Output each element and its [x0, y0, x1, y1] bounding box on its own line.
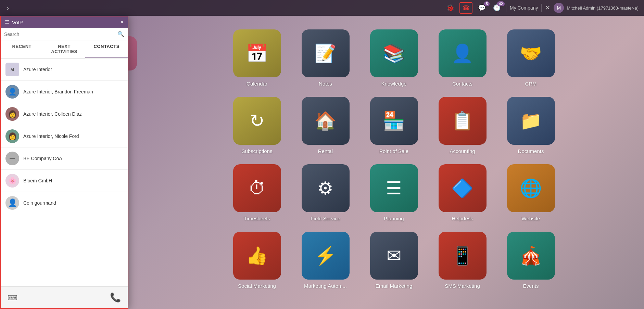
app-item-knowledge[interactable]: 📚Knowledge	[367, 29, 421, 87]
app-label-rental: Rental	[318, 148, 333, 154]
app-item-socialmarketing[interactable]: 👍Social Marketing	[230, 232, 285, 289]
contact-name-4: Azure Interior, Nicole Ford	[23, 133, 79, 139]
contact-name-5: BE Company CoA	[23, 156, 62, 161]
voip-tab-recent[interactable]: RECENT	[1, 40, 43, 58]
voip-title: VoIP	[12, 20, 23, 25]
search-icon: 🔍	[117, 31, 124, 37]
app-label-subscriptions: Subscriptions	[241, 148, 272, 154]
avatar-initial: M	[557, 5, 561, 11]
app-label-helpdesk: Helpdesk	[452, 216, 473, 221]
contact-avatar-6: 🌸	[5, 174, 19, 188]
avatar: M	[554, 3, 564, 13]
voip-search-input[interactable]	[4, 31, 115, 37]
keyboard-button[interactable]: ⌨	[5, 292, 20, 304]
voip-panel: ☰ VoIP × 🔍 RECENTNEXT ACTIVITIESCONTACTS…	[0, 16, 128, 309]
voip-contacts-list: AIAzure Interior👤Azure Interior, Brandon…	[1, 59, 128, 286]
contact-name-7: Coin gourmand	[23, 200, 56, 206]
app-item-smsmarketing[interactable]: 📱SMS Marketing	[435, 232, 490, 289]
voip-phone-icon: ☎	[462, 4, 470, 12]
contact-item-3[interactable]: 👩Azure Interior, Colleen Diaz	[1, 103, 128, 125]
contact-avatar-2: 👤	[5, 85, 19, 99]
app-item-contacts[interactable]: 👤Contacts	[435, 29, 490, 87]
voip-header-left: ☰ VoIP	[5, 19, 23, 25]
voip-close-button[interactable]: ×	[121, 19, 124, 25]
user-menu[interactable]: M Mitchell Admin (17971368-master-a)	[554, 3, 639, 13]
chat-icon-btn[interactable]: 💬 5	[476, 3, 488, 13]
app-item-documents[interactable]: 📁Documents	[504, 97, 558, 154]
app-item-planning[interactable]: ☰Planning	[367, 164, 421, 221]
app-label-website: Website	[522, 216, 540, 221]
navbar-toggle[interactable]: ›	[5, 4, 10, 12]
settings-icon[interactable]: ✕	[545, 4, 550, 12]
app-label-marketingautom: Marketing Autom...	[304, 283, 347, 289]
app-icon-marketingautom: ⚡	[302, 232, 350, 280]
app-icon-calendar: 📅	[233, 29, 281, 77]
contact-avatar-5: —	[5, 152, 19, 165]
contact-item-5[interactable]: —BE Company CoA	[1, 147, 128, 170]
voip-tabs: RECENTNEXT ACTIVITIESCONTACTS	[1, 40, 128, 59]
app-icon-timesheets: ⏱	[233, 164, 281, 212]
contact-item-1[interactable]: AIAzure Interior	[1, 59, 128, 81]
app-item-helpdesk[interactable]: 🔷Helpdesk	[435, 164, 490, 221]
app-label-emailmarketing: Email Marketing	[376, 283, 413, 289]
app-label-knowledge: Knowledge	[381, 81, 406, 87]
app-item-events[interactable]: 🎪Events	[504, 232, 558, 289]
voip-tab-next[interactable]: NEXT ACTIVITIES	[43, 40, 86, 58]
app-icon-emailmarketing: ✉	[370, 232, 418, 280]
app-item-emailmarketing[interactable]: ✉Email Marketing	[367, 232, 421, 289]
app-icon-rental: 🏠	[302, 97, 350, 145]
navbar-right: 🐞 ☎ 💬 5 🕐 42 My Company ✕ M Mitchell Adm…	[444, 2, 639, 14]
app-label-planning: Planning	[384, 216, 404, 221]
app-icon-notes: 📝	[302, 29, 350, 77]
app-icon-website: 🌐	[507, 164, 555, 212]
voip-tab-contacts[interactable]: CONTACTS	[85, 40, 128, 58]
contact-name-1: Azure Interior	[23, 67, 52, 72]
call-button[interactable]: 📞	[108, 290, 123, 305]
voip-header: ☰ VoIP ×	[1, 16, 128, 28]
app-item-rental[interactable]: 🏠Rental	[298, 97, 353, 154]
app-label-crm: CRM	[525, 81, 536, 87]
app-label-timesheets: Timesheets	[244, 216, 270, 221]
app-item-fieldservice[interactable]: ⚙Field Service	[298, 164, 353, 221]
contact-item-2[interactable]: 👤Azure Interior, Brandon Freeman	[1, 81, 128, 103]
contact-item-4[interactable]: 👩Azure Interior, Nicole Ford	[1, 125, 128, 147]
app-label-socialmarketing: Social Marketing	[238, 283, 276, 289]
app-icon-pos: 🏪	[370, 97, 418, 145]
app-item-pos[interactable]: 🏪Point of Sale	[367, 97, 421, 154]
contact-item-6[interactable]: 🌸Bloem GmbH	[1, 170, 128, 192]
app-item-notes[interactable]: 📝Notes	[298, 29, 353, 87]
contact-name-2: Azure Interior, Brandon Freeman	[23, 89, 93, 94]
app-grid: 📅Calendar📝Notes📚Knowledge👤Contacts🤝CRM↻S…	[230, 29, 558, 289]
app-item-marketingautom[interactable]: ⚡Marketing Autom...	[298, 232, 353, 289]
app-item-calendar[interactable]: 📅Calendar	[230, 29, 285, 87]
clock-icon-btn[interactable]: 🕐 42	[491, 3, 503, 13]
contact-name-6: Bloem GmbH	[23, 178, 52, 183]
app-icon-accounting: 📋	[439, 97, 487, 145]
nav-divider-2	[541, 4, 542, 12]
company-name[interactable]: My Company	[510, 5, 538, 11]
contact-avatar-4: 👩	[5, 129, 19, 143]
app-item-subscriptions[interactable]: ↻Subscriptions	[230, 97, 285, 154]
app-label-accounting: Accounting	[450, 148, 475, 154]
toggle-icon[interactable]: ›	[5, 3, 10, 13]
app-item-website[interactable]: 🌐Website	[504, 164, 558, 221]
nav-divider-1	[506, 4, 506, 12]
app-label-smsmarketing: SMS Marketing	[445, 283, 480, 289]
contact-item-7[interactable]: 👤Coin gourmand	[1, 192, 128, 214]
app-icon-smsmarketing: 📱	[439, 232, 487, 280]
app-icon-events: 🎪	[507, 232, 555, 280]
voip-footer: ⌨ 📞	[1, 286, 128, 308]
contact-name-3: Azure Interior, Colleen Diaz	[23, 111, 81, 117]
app-item-crm[interactable]: 🤝CRM	[504, 29, 558, 87]
contact-avatar-7: 👤	[5, 196, 19, 210]
app-item-timesheets[interactable]: ⏱Timesheets	[230, 164, 285, 221]
voip-icon-btn[interactable]: ☎	[459, 2, 472, 14]
app-label-fieldservice: Field Service	[311, 216, 340, 221]
app-icon-fieldservice: ⚙	[302, 164, 350, 212]
navbar: › 🐞 ☎ 💬 5 🕐 42 My Company ✕ M Mitchell A…	[0, 0, 644, 16]
app-item-accounting[interactable]: 📋Accounting	[435, 97, 490, 154]
app-icon-contacts: 👤	[439, 29, 487, 77]
contact-avatar-1: AI	[5, 63, 19, 76]
user-name: Mitchell Admin (17971368-master-a)	[567, 5, 639, 11]
debug-icon[interactable]: 🐞	[444, 3, 456, 13]
